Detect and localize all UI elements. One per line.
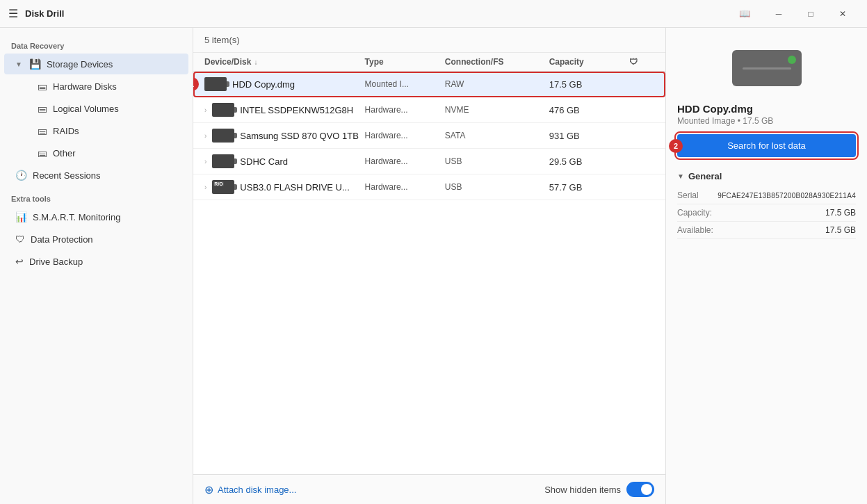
panel-device-name: HDD Copy.dmg (677, 103, 856, 115)
device-cell: 1 HDD Copy.dmg (204, 77, 365, 91)
search-for-lost-data-button[interactable]: Search for lost data (677, 134, 856, 157)
minimize-button[interactable]: ─ (763, 0, 795, 28)
maximize-button[interactable]: □ (795, 0, 827, 28)
panel-device-subtitle: Mounted Image • 17.5 GB (677, 116, 856, 126)
chevron-down-icon: ▼ (677, 172, 684, 180)
capacity-cell: 931 GB (549, 131, 629, 141)
device-name: Samsung SSD 870 QVO 1TB (240, 131, 359, 141)
device-icon (212, 129, 234, 143)
table-header: Device/Disk ↓ Type Connection/FS Capacit… (193, 53, 665, 72)
menu-icon[interactable]: ☰ (8, 7, 18, 20)
sidebar-item-other[interactable]: 🖴 Other (4, 143, 188, 163)
general-section: ▼ General Serial 9FCAE247E13B857200B028A… (677, 171, 856, 239)
attach-disk-image-button[interactable]: ⊕ Attach disk image... (204, 483, 296, 496)
main-content: 5 item(s) Device/Disk ↓ Type Connection/… (193, 28, 665, 504)
device-icon: R/O (212, 180, 234, 194)
app-body: Data Recovery ▼ 💾 Storage Devices 🖴 Hard… (0, 28, 867, 504)
connection-cell: USB (445, 156, 549, 166)
capacity-cell: 57.7 GB (549, 182, 629, 193)
help-icon[interactable]: 📖 (732, 0, 757, 28)
item-count: 5 item(s) (204, 35, 240, 45)
device-table: Device/Disk ↓ Type Connection/FS Capacit… (193, 53, 665, 474)
type-cell: Hardware... (365, 182, 445, 192)
hdd-decoration-line (743, 67, 791, 70)
extra-tools-section-label: Extra tools (0, 186, 193, 206)
table-row[interactable]: › SDHC Card Hardware... USB 29.5 GB (193, 149, 665, 174)
app-title: Disk Drill (25, 8, 732, 19)
col-header-shield: 🛡 (629, 57, 654, 67)
toggle-label: Show hidden items (544, 485, 621, 495)
smart-icon: 📊 (15, 211, 27, 222)
table-row[interactable]: 1 HDD Copy.dmg Mounted I... RAW 17.5 GB (193, 72, 665, 97)
type-cell: Hardware... (365, 105, 445, 115)
table-row[interactable]: › Samsung SSD 870 QVO 1TB Hardware... SA… (193, 123, 665, 149)
chevron-right-icon: › (204, 158, 206, 165)
disk-icon-2: 🖴 (38, 103, 47, 114)
storage-devices-label: Storage Devices (47, 59, 113, 70)
device-name: INTEL SSDPEKNW512G8H (240, 105, 353, 115)
capacity-cell: 17.5 GB (549, 79, 629, 90)
capacity-row: Capacity: 17.5 GB (677, 204, 856, 222)
col-header-device: Device/Disk ↓ (204, 57, 365, 67)
sidebar-item-logical-volumes[interactable]: 🖴 Logical Volumes (4, 98, 188, 119)
device-icon (212, 154, 234, 168)
readonly-badge: R/O (213, 181, 223, 186)
capacity-label: Capacity: (677, 208, 712, 218)
attach-label: Attach disk image... (218, 485, 296, 495)
general-label: General (688, 171, 722, 181)
sidebar-item-storage-devices[interactable]: ▼ 💾 Storage Devices (4, 54, 188, 74)
device-cell: › R/O USB3.0 FLASH DRIVE U... (204, 180, 365, 194)
show-hidden-toggle[interactable] (626, 482, 654, 497)
connection-cell: RAW (445, 79, 549, 89)
window-controls: ─ □ ✕ (763, 0, 859, 28)
step-badge-1: 1 (193, 77, 199, 91)
other-label: Other (53, 148, 76, 158)
content-toolbar: 5 item(s) (193, 28, 665, 53)
close-button[interactable]: ✕ (827, 0, 859, 28)
serial-row: Serial 9FCAE247E13B857200B028A930E211A4 (677, 187, 856, 204)
table-row[interactable]: › INTEL SSDPEKNW512G8H Hardware... NVME … (193, 97, 665, 123)
disk-icon: 🖴 (38, 81, 47, 92)
search-button-container: 2 Search for lost data (677, 134, 856, 157)
connection-cell: NVME (445, 105, 549, 115)
serial-value: 9FCAE247E13B857200B028A930E211A4 (718, 192, 856, 200)
chevron-right-icon: › (204, 132, 206, 140)
raids-label: RAIDs (53, 126, 79, 136)
sidebar-item-raids[interactable]: 🖴 RAIDs (4, 120, 188, 141)
data-protection-label: Data Protection (31, 234, 93, 245)
col-header-capacity: Capacity (549, 57, 629, 67)
hardware-disks-label: Hardware Disks (53, 81, 117, 92)
shield-icon: 🛡 (15, 234, 25, 245)
capacity-cell: 29.5 GB (549, 156, 629, 167)
hdd-status-indicator (788, 56, 796, 64)
capacity-cell: 476 GB (549, 105, 629, 115)
sidebar-item-drive-backup[interactable]: ↩ Drive Backup (4, 251, 188, 272)
sidebar-item-recent-sessions[interactable]: 🕐 Recent Sessions (4, 165, 188, 186)
table-row[interactable]: › R/O USB3.0 FLASH DRIVE U... Hardware..… (193, 174, 665, 200)
general-section-header[interactable]: ▼ General (677, 171, 856, 181)
device-name: HDD Copy.dmg (232, 79, 295, 90)
col-header-connection: Connection/FS (445, 57, 549, 67)
smart-label: S.M.A.R.T. Monitoring (33, 212, 120, 222)
capacity-value: 17.5 GB (825, 208, 856, 218)
device-cell: › INTEL SSDPEKNW512G8H (204, 103, 365, 117)
sort-icon: ↓ (254, 58, 257, 66)
available-label: Available: (677, 225, 713, 235)
clock-icon: 🕐 (15, 170, 27, 181)
device-cell: › Samsung SSD 870 QVO 1TB (204, 129, 365, 143)
connection-cell: SATA (445, 131, 549, 140)
chevron-right-icon: › (204, 184, 206, 191)
data-recovery-section-label: Data Recovery (0, 33, 193, 53)
col-header-type: Type (365, 57, 445, 67)
recent-sessions-label: Recent Sessions (33, 170, 101, 181)
device-name: SDHC Card (240, 156, 288, 167)
sidebar-item-smart[interactable]: 📊 S.M.A.R.T. Monitoring (4, 206, 188, 227)
device-icon (204, 77, 227, 91)
bottom-bar: ⊕ Attach disk image... Show hidden items (193, 474, 665, 504)
logical-volumes-label: Logical Volumes (53, 104, 119, 114)
hdd-icon: 💾 (29, 58, 41, 70)
sidebar-item-data-protection[interactable]: 🛡 Data Protection (4, 229, 188, 250)
plus-circle-icon: ⊕ (204, 483, 213, 496)
step-badge-2: 2 (669, 139, 683, 153)
sidebar-item-hardware-disks[interactable]: 🖴 Hardware Disks (4, 76, 188, 97)
